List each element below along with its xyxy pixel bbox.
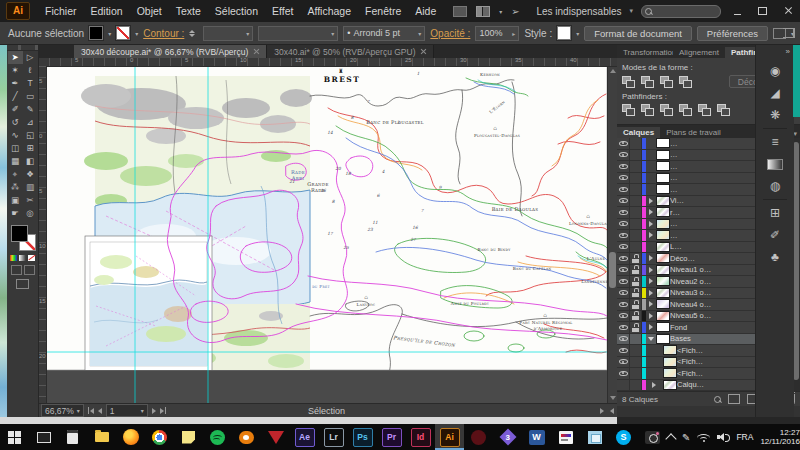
eyedropper-tool[interactable]: ⌖ (8, 168, 23, 181)
stroke-weight-select[interactable]: ▾ (203, 26, 253, 41)
eye-icon[interactable] (619, 323, 628, 332)
eye-icon[interactable] (619, 311, 628, 320)
red-app[interactable] (261, 424, 290, 450)
visibility-cell[interactable] (617, 322, 630, 333)
line-segment-tool[interactable]: ╱ (8, 90, 23, 103)
visibility-cell[interactable] (617, 345, 630, 356)
symbols-panel-icon[interactable]: ♣ (763, 246, 787, 268)
spotify[interactable] (203, 424, 232, 450)
visibility-cell[interactable] (617, 173, 630, 184)
illustrator[interactable]: Ai (435, 424, 464, 450)
preferences-button[interactable]: Préférences (697, 26, 768, 41)
fill-stroke-indicator[interactable] (11, 225, 34, 251)
vertical-ruler[interactable]: 505101520 (38, 66, 47, 403)
gpu-performance-icon[interactable]: ➢ (511, 6, 519, 17)
stroke-link[interactable]: Contour : (143, 28, 184, 39)
lock-cell[interactable] (630, 173, 642, 184)
pathfinder-fusion-icon[interactable] (660, 104, 673, 115)
lock-cell[interactable] (630, 207, 642, 218)
photos-app[interactable] (580, 424, 609, 450)
expand-closed-icon[interactable] (649, 209, 653, 215)
column-graph-tool[interactable]: ▥ (23, 181, 38, 194)
scale-tool[interactable]: ⊿ (23, 116, 38, 129)
pencil-tool[interactable]: ✎ (23, 103, 38, 116)
indesign[interactable]: Id (406, 424, 435, 450)
expand-closed-icon[interactable] (649, 232, 653, 238)
style-caret-icon[interactable]: ▾ (576, 30, 579, 37)
lock-cell[interactable] (630, 345, 642, 356)
lock-icon[interactable] (632, 288, 639, 297)
pathfinder-decoupe-icon[interactable] (679, 104, 692, 115)
blender[interactable] (232, 424, 261, 450)
expand-open-icon[interactable] (648, 337, 654, 341)
visibility-cell[interactable] (617, 276, 630, 287)
pathfinder-soustraction-arriere-icon[interactable] (717, 104, 730, 115)
visibility-cell[interactable] (617, 288, 630, 299)
magic-wand-tool[interactable]: ✶ (8, 64, 23, 77)
status-expand-icon[interactable] (600, 408, 604, 414)
document-canvas[interactable]: ♜ BREST Kerhuon L'Élorn Banc de Plougast… (46, 66, 607, 403)
visibility-cell[interactable] (617, 184, 630, 195)
visibility-cell[interactable] (617, 219, 630, 230)
expand-cell[interactable] (646, 255, 655, 261)
rotate-tool[interactable]: ↺ (8, 116, 23, 129)
skype[interactable]: S (609, 424, 638, 450)
expand-cell[interactable] (646, 324, 655, 330)
lock-cell[interactable] (630, 311, 642, 322)
eye-icon[interactable] (619, 346, 628, 355)
expand-cell[interactable] (646, 301, 655, 307)
eye-icon[interactable] (619, 231, 628, 240)
expand-closed-icon[interactable] (649, 255, 653, 261)
lock-icon[interactable] (632, 277, 639, 286)
make-mask-icon[interactable] (728, 394, 740, 404)
color-button[interactable] (10, 255, 17, 261)
clock[interactable]: 12:27 12/11/2016 (760, 428, 799, 446)
visibility-cell[interactable] (617, 196, 630, 207)
volume-icon[interactable] (717, 432, 729, 442)
visibility-cell[interactable] (617, 368, 630, 379)
zoom-tool[interactable]: ◎ (23, 207, 38, 220)
calculator[interactable] (58, 424, 87, 450)
gradient-tool[interactable]: ◧ (23, 155, 38, 168)
color-guide-icon[interactable]: ◢ (763, 82, 787, 104)
next-artboard-button[interactable] (152, 408, 156, 414)
expand-cell[interactable] (646, 278, 655, 284)
last-artboard-button[interactable] (160, 407, 166, 414)
status-collapse-icon[interactable] (610, 408, 614, 414)
visibility-cell[interactable] (617, 207, 630, 218)
purple-diamond-app[interactable]: 3 (493, 424, 522, 450)
fill-caret-icon[interactable]: ▾ (108, 30, 111, 37)
chrome[interactable] (145, 424, 174, 450)
expand-cell[interactable] (646, 337, 655, 341)
scrollbar-thumb[interactable] (609, 252, 616, 288)
pen-input-icon[interactable]: ✎ (682, 432, 690, 443)
premiere[interactable]: Pr (377, 424, 406, 450)
close-tab-icon[interactable] (253, 49, 259, 55)
expand-cell[interactable] (646, 267, 655, 273)
arrange-documents-caret[interactable]: ▾ (499, 8, 502, 15)
pathfinder-contour-icon[interactable] (698, 104, 711, 115)
fill-swatch[interactable] (89, 26, 103, 40)
visibility-cell[interactable] (617, 253, 630, 264)
tab-plans-de-travail[interactable]: Plans de travail (660, 127, 727, 138)
color-panel-icon[interactable]: ◉ (763, 60, 787, 82)
expand-closed-icon[interactable] (649, 301, 653, 307)
photoshop[interactable]: Ps (348, 424, 377, 450)
language-indicator[interactable]: FRA (736, 432, 753, 442)
paint-app[interactable] (551, 424, 580, 450)
arrange-documents-icon[interactable] (476, 6, 490, 17)
lock-cell[interactable] (630, 288, 642, 299)
task-view-button[interactable] (29, 424, 58, 450)
hand-tool[interactable]: ☛ (8, 207, 23, 220)
tab-transformation[interactable]: Transformation (617, 47, 673, 58)
lock-cell[interactable] (630, 184, 642, 195)
shape-mode-exclusion-icon[interactable] (679, 76, 692, 87)
lock-cell[interactable] (630, 276, 642, 287)
menu-aide[interactable]: Aide (408, 5, 443, 17)
eye-icon[interactable] (619, 150, 628, 159)
eye-icon[interactable] (619, 242, 628, 251)
expand-closed-icon[interactable] (649, 313, 653, 319)
eye-icon[interactable] (619, 334, 628, 343)
visibility-cell[interactable] (617, 150, 630, 161)
eye-icon[interactable] (619, 162, 628, 171)
